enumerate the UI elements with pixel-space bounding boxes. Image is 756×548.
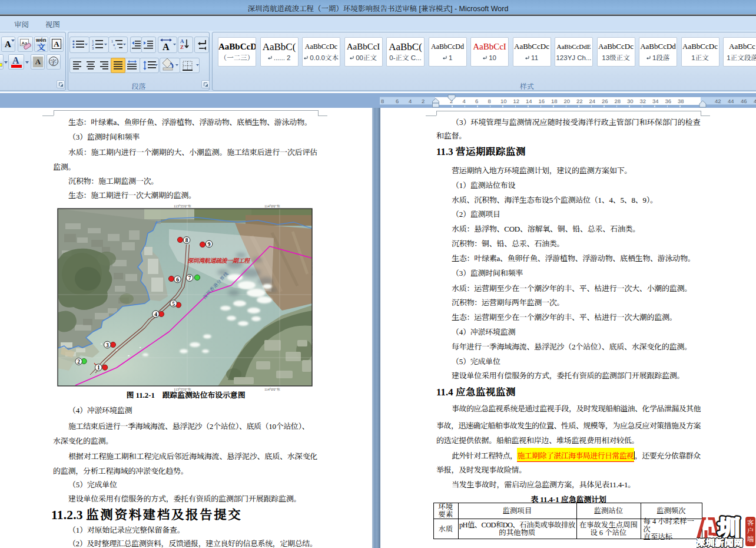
svg-text:5: 5 <box>172 301 175 307</box>
svg-text:1: 1 <box>97 365 100 371</box>
svg-text:114°0'0"东: 114°0'0"东 <box>264 387 280 391</box>
svg-text:22°30'0"北: 22°30'0"北 <box>311 339 313 352</box>
svg-text:22°35'0"北: 22°35'0"北 <box>311 262 313 275</box>
svg-text:深圳湾航道疏浚一期工程: 深圳湾航道疏浚一期工程 <box>187 256 251 265</box>
svg-text:深圳新闻网: 深圳新闻网 <box>697 536 743 548</box>
svg-text:9: 9 <box>208 242 211 247</box>
svg-text:113°55'0"东: 113°55'0"东 <box>174 387 191 391</box>
svg-text:113°55'0"东: 113°55'0"东 <box>174 204 191 208</box>
svg-text:3: 3 <box>106 342 109 348</box>
svg-text:114°0'0"东: 114°0'0"东 <box>264 204 280 208</box>
svg-text:端: 端 <box>747 534 754 543</box>
svg-text:A: A <box>180 38 184 44</box>
svg-text:6: 6 <box>176 277 179 283</box>
svg-text:2: 2 <box>77 359 80 365</box>
svg-text:i: i <box>115 47 115 50</box>
svg-text:Z: Z <box>180 44 184 50</box>
svg-text:4: 4 <box>154 312 157 318</box>
svg-text:7: 7 <box>188 275 191 281</box>
svg-text:8: 8 <box>185 237 188 243</box>
svg-text:A: A <box>163 42 170 52</box>
